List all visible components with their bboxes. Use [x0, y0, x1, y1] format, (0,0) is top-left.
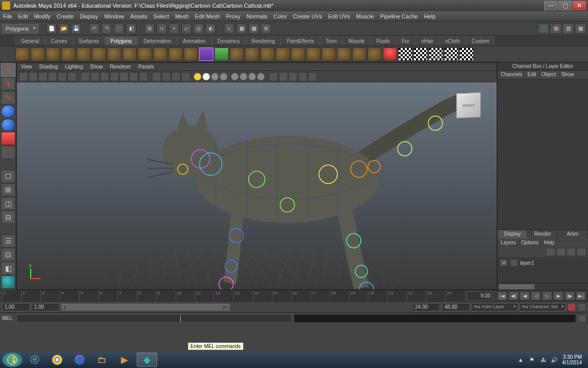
taskbar-media-player-icon[interactable]: ▶ [114, 353, 135, 367]
taskbar-explorer-icon[interactable]: 🗀 [92, 353, 112, 367]
poly-sphere-icon[interactable] [15, 48, 30, 61]
play-back-button[interactable]: ◁ [531, 291, 541, 301]
step-forward-key-button[interactable]: |▶ [565, 291, 575, 301]
poly-cube-icon[interactable] [31, 48, 45, 61]
auto-key-button[interactable] [568, 303, 576, 311]
layer-tab-display[interactable]: Display [498, 230, 528, 239]
shelf-tab-painteffects[interactable]: PaintEffects [281, 36, 320, 45]
vp-2d-pan-icon[interactable] [58, 72, 67, 81]
menu-normals[interactable]: Normals [247, 13, 267, 19]
single-pane-icon[interactable]: ☐ [1, 170, 15, 183]
taskbar-ie-icon[interactable]: ⓔ [24, 353, 45, 367]
menu-muscle[interactable]: Muscle [356, 13, 374, 19]
vp-light-flat-icon[interactable] [220, 73, 227, 80]
layer-visibility-toggle[interactable]: V [500, 259, 508, 266]
menu-create[interactable]: Create [57, 13, 74, 19]
combine-icon[interactable] [214, 48, 229, 61]
two-pane-icon[interactable]: ◫ [1, 197, 15, 210]
menu-editmesh[interactable]: Edit Mesh [195, 13, 220, 19]
vp-image-plane-icon[interactable] [48, 72, 57, 81]
step-forward-button[interactable]: ▶ [553, 291, 564, 301]
vp-grid-icon[interactable] [81, 72, 90, 81]
range-slider[interactable]: 1 24 [61, 304, 230, 311]
snap-view-icon[interactable]: ◐ [206, 24, 216, 34]
vp-film-gate-icon[interactable] [90, 72, 100, 81]
poly-prism-icon[interactable] [107, 48, 121, 61]
undo-icon[interactable]: ↶ [89, 24, 100, 34]
taskbar-firefox-icon[interactable] [69, 353, 90, 367]
menu-proxy[interactable]: Proxy [226, 13, 240, 19]
extract-icon[interactable] [230, 48, 244, 61]
menu-modify[interactable]: Modify [34, 13, 51, 19]
poly-soccer-icon[interactable] [153, 48, 167, 61]
shelf-tab-deformation[interactable]: Deformation [138, 36, 177, 45]
tray-network-icon[interactable]: 🖧 [540, 356, 547, 363]
shelf-tab-surfaces[interactable]: Surfaces [73, 36, 104, 45]
save-scene-icon[interactable]: 💾 [71, 24, 81, 34]
offset-edge-icon[interactable] [337, 48, 351, 61]
vp-safe-title-icon[interactable] [139, 72, 148, 81]
snap-live-icon[interactable]: ◎ [193, 24, 204, 34]
menu-help[interactable]: Help [424, 13, 436, 19]
menu-display[interactable]: Display [80, 13, 98, 19]
vp-smooth-shade-icon[interactable] [162, 72, 171, 81]
poly-plane-icon[interactable] [77, 48, 91, 61]
three-pane-icon[interactable]: ⊟ [1, 211, 15, 224]
shelf-tab-general[interactable]: General [15, 36, 45, 45]
layer-new-selected-icon[interactable] [577, 248, 586, 256]
go-to-start-button[interactable]: |◀ [497, 291, 507, 301]
poly-cylinder-icon[interactable] [46, 48, 60, 61]
current-frame-field[interactable]: 9.00 [467, 291, 493, 301]
workspace-mode-dropdown[interactable]: Polygons [2, 24, 38, 33]
vp-menu-shading[interactable]: Shading [39, 64, 58, 70]
step-back-key-button[interactable]: ◀| [508, 291, 519, 301]
poly-pipe-icon[interactable] [122, 48, 137, 61]
window-minimize-button[interactable]: — [544, 1, 557, 10]
tray-volume-icon[interactable]: 🔊 [551, 356, 558, 363]
layer-move-up-icon[interactable] [546, 248, 555, 256]
layer-tab-anim[interactable]: Anim [558, 230, 588, 239]
shelf-tab-animation[interactable]: Animation [177, 36, 211, 45]
command-language-label[interactable]: MEL [2, 315, 14, 321]
select-object-icon[interactable]: ◧ [126, 24, 136, 34]
vp-resolution-gate-icon[interactable] [100, 72, 109, 81]
command-input[interactable] [16, 314, 292, 323]
cb-menu-show[interactable]: Show [561, 72, 574, 78]
last-layout-icon[interactable] [1, 275, 15, 289]
layer-menu-options[interactable]: Options [521, 240, 538, 246]
snap-plane-icon[interactable]: ▱ [181, 24, 191, 34]
play-forward-button[interactable]: ▷ [542, 291, 552, 301]
layer-move-down-icon[interactable] [556, 248, 566, 256]
vp-grease-icon[interactable] [67, 72, 77, 81]
poly-torus-icon[interactable] [92, 48, 106, 61]
layer-menu-help[interactable]: Help [544, 240, 554, 246]
vp-field-chart-icon[interactable] [119, 72, 129, 81]
vp-exposure-icon[interactable] [298, 72, 307, 81]
select-hierarchy-icon[interactable]: ⬚ [114, 24, 124, 34]
vp-motion-blur-icon[interactable] [249, 73, 256, 80]
scale-tool[interactable] [1, 132, 15, 145]
lasso-tool[interactable]: ↯ [1, 77, 15, 90]
vp-safe-action-icon[interactable] [129, 72, 138, 81]
poly-pyramid-icon[interactable] [184, 48, 198, 61]
hypershade-icon[interactable]: ◧ [1, 262, 15, 275]
window-close-button[interactable]: ✕ [573, 1, 586, 10]
cb-menu-edit[interactable]: Edit [527, 72, 536, 78]
paint-select-tool[interactable]: ✎ [1, 91, 15, 104]
menu-select[interactable]: Select [153, 13, 169, 19]
vp-gate-mask-icon[interactable] [110, 72, 119, 81]
shelf-tab-dynamics[interactable]: Dynamics [212, 36, 246, 45]
poly-cone-icon[interactable] [61, 48, 76, 61]
viewport-3d[interactable]: RIGHT [17, 82, 497, 289]
menu-mesh[interactable]: Mesh [175, 13, 189, 19]
vp-aa-icon[interactable] [257, 73, 264, 80]
outliner-icon[interactable]: ☰ [1, 235, 15, 248]
layer-display-type-toggle[interactable] [510, 259, 518, 266]
tool-settings-icon[interactable]: ▥ [562, 24, 574, 34]
shelf-tab-nhair[interactable]: nHair [415, 36, 439, 45]
modeling-toolkit-icon[interactable]: ⬚ [538, 24, 549, 34]
sculpt-icon[interactable] [383, 48, 397, 61]
vp-lock-camera-icon[interactable] [29, 72, 38, 81]
layer-tab-render[interactable]: Render [528, 230, 558, 239]
attribute-editor-icon[interactable]: ▤ [550, 24, 561, 34]
